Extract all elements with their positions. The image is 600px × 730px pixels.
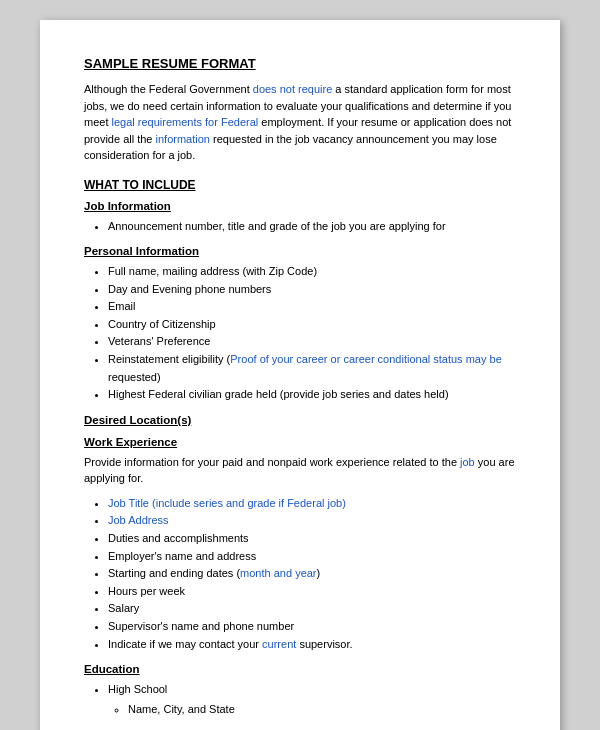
- personal-information-list: Full name, mailing address (with Zip Cod…: [84, 263, 516, 404]
- list-item: Hours per week: [108, 583, 516, 601]
- section-work-experience: Work Experience Provide information for …: [84, 436, 516, 653]
- list-item: Name, City, and State: [128, 701, 516, 719]
- list-item: Employer's name and address: [108, 548, 516, 566]
- work-experience-heading: Work Experience: [84, 436, 516, 448]
- list-item: Announcement number, title and grade of …: [108, 218, 516, 236]
- high-school-sub-list: Name, City, and State: [108, 701, 516, 719]
- desired-locations-heading: Desired Location(s): [84, 414, 516, 426]
- list-item: Highest Federal civilian grade held (pro…: [108, 386, 516, 404]
- education-heading: Education: [84, 663, 516, 675]
- section-job-information: Job Information Announcement number, tit…: [84, 200, 516, 236]
- job-information-list: Announcement number, title and grade of …: [84, 218, 516, 236]
- list-item: Duties and accomplishments: [108, 530, 516, 548]
- list-item: Reinstatement eligibility (Proof of your…: [108, 351, 516, 386]
- list-item: Day and Evening phone numbers: [108, 281, 516, 299]
- intro-paragraph: Although the Federal Government does not…: [84, 81, 516, 164]
- education-list: High School Name, City, and State: [84, 681, 516, 718]
- list-item: Email: [108, 298, 516, 316]
- list-item: Indicate if we may contact your current …: [108, 636, 516, 654]
- personal-information-heading: Personal Information: [84, 245, 516, 257]
- list-item: Job Title (include series and grade if F…: [108, 495, 516, 513]
- list-item: Salary: [108, 600, 516, 618]
- list-item: Job Address: [108, 512, 516, 530]
- list-item: Country of Citizenship: [108, 316, 516, 334]
- what-to-include-heading: WHAT TO INCLUDE: [84, 178, 516, 192]
- list-item: Veterans' Preference: [108, 333, 516, 351]
- list-item: High School Name, City, and State: [108, 681, 516, 718]
- list-item: Starting and ending dates (month and yea…: [108, 565, 516, 583]
- work-experience-description: Provide information for your paid and no…: [84, 454, 516, 487]
- list-item: Full name, mailing address (with Zip Cod…: [108, 263, 516, 281]
- list-item: Supervisor's name and phone number: [108, 618, 516, 636]
- main-title: SAMPLE RESUME FORMAT: [84, 56, 516, 71]
- section-personal-information: Personal Information Full name, mailing …: [84, 245, 516, 404]
- section-desired-locations: Desired Location(s): [84, 414, 516, 426]
- section-education: Education High School Name, City, and St…: [84, 663, 516, 718]
- job-information-heading: Job Information: [84, 200, 516, 212]
- resume-page: SAMPLE RESUME FORMAT Although the Federa…: [40, 20, 560, 730]
- work-experience-list: Job Title (include series and grade if F…: [84, 495, 516, 653]
